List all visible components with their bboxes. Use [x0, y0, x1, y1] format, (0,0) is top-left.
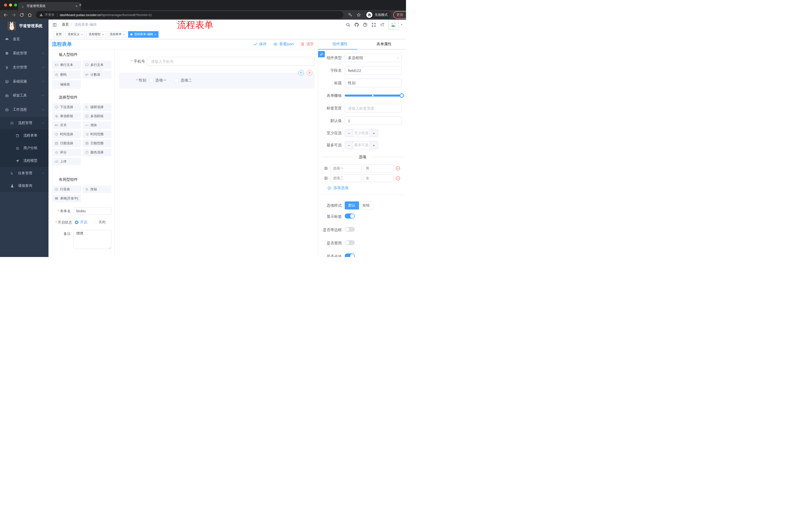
- slider-track[interactable]: [345, 94, 402, 97]
- new-tab-button[interactable]: +: [79, 2, 82, 7]
- page-tab-首页[interactable]: 首页: [54, 31, 64, 38]
- component-type-select[interactable]: 多选框组: [345, 54, 402, 62]
- palette-item-密码[interactable]: 密码: [52, 71, 81, 79]
- palette-item-日期选择[interactable]: 日期选择: [52, 140, 81, 147]
- palette-item-多行文本[interactable]: 多行文本: [83, 61, 111, 69]
- sidebar-item-流程表单[interactable]: 流程表单: [0, 129, 49, 142]
- palette-item-时间选择[interactable]: 时间选择: [52, 131, 81, 138]
- fullscreen-icon[interactable]: [371, 22, 376, 27]
- close-icon[interactable]: ×: [123, 33, 125, 36]
- close-icon[interactable]: ×: [154, 33, 156, 36]
- close-icon[interactable]: ×: [102, 33, 104, 36]
- toggle-是否禁用[interactable]: [345, 240, 355, 245]
- sidebar-item-任务管理[interactable]: 任务管理: [0, 167, 49, 180]
- link-tag[interactable]: [318, 51, 325, 57]
- stepper-minus-button[interactable]: −: [345, 129, 353, 137]
- clear-button[interactable]: 清空: [300, 42, 314, 47]
- address-bar[interactable]: 不安全 dashboard.yudao.iocoder.cn /bpm/mana…: [36, 11, 343, 19]
- sidebar-item-首页[interactable]: 首页: [0, 32, 49, 46]
- page-tab-流程表单-编辑[interactable]: 流程表单-编辑×: [128, 31, 158, 38]
- browser-tab[interactable]: 芋道管理系统 ×: [18, 2, 81, 10]
- palette-item-按钮[interactable]: 按钮: [83, 186, 111, 193]
- palette-item-多选框组[interactable]: 多选框组: [83, 112, 111, 120]
- drag-handle-icon[interactable]: [324, 166, 328, 171]
- slider-handle[interactable]: [400, 93, 404, 98]
- palette-item-计数器[interactable]: 123计数器: [83, 71, 111, 79]
- sidebar-item-支付管理[interactable]: 支付管理: [0, 60, 49, 75]
- tab-close-icon[interactable]: ×: [75, 4, 78, 8]
- phone-field-input[interactable]: [147, 57, 315, 66]
- sidebar-item-流程模型[interactable]: 流程模型: [0, 154, 49, 167]
- app-logo[interactable]: 芋道管理系统: [0, 20, 49, 32]
- default-value-input[interactable]: [345, 116, 402, 125]
- panel-tab-表单属性[interactable]: 表单属性: [362, 39, 406, 49]
- stepper-plus-button[interactable]: +: [370, 141, 378, 149]
- drag-handle-icon[interactable]: [324, 176, 328, 181]
- page-tab-流程定义[interactable]: 流程定义×: [65, 31, 85, 38]
- close-icon[interactable]: ×: [81, 33, 83, 36]
- palette-item-评分[interactable]: 评分: [52, 148, 81, 156]
- save-button[interactable]: 保存: [253, 42, 266, 47]
- palette-item-时间范围[interactable]: 时间范围: [83, 131, 111, 138]
- stepper-plus-button[interactable]: +: [370, 129, 378, 137]
- view-json-button[interactable]: 查看json: [273, 42, 294, 47]
- option-value-input[interactable]: [363, 164, 394, 172]
- gender-option-选项二[interactable]: 选项二: [175, 78, 192, 83]
- reload-icon[interactable]: [19, 12, 24, 17]
- sidebar-item-请假查询[interactable]: 请假查询: [0, 180, 49, 192]
- option-value-input[interactable]: [363, 174, 394, 182]
- option-label-input[interactable]: [330, 174, 362, 182]
- palette-item-日期范围[interactable]: 日期范围: [83, 140, 111, 147]
- github-icon[interactable]: [354, 22, 359, 27]
- selected-component[interactable]: 性别 选项一选项二: [119, 73, 315, 88]
- back-icon[interactable]: [3, 12, 8, 17]
- remark-textarea[interactable]: 嘿嘿: [74, 230, 111, 249]
- remove-option-button[interactable]: [396, 166, 401, 171]
- status-radio-关闭[interactable]: 关闭: [93, 220, 106, 224]
- browser-menu-icon[interactable]: ⋮: [406, 13, 406, 16]
- remove-option-button[interactable]: [396, 176, 401, 181]
- avatar-caret-icon[interactable]: [400, 23, 403, 26]
- stepper-minus-button[interactable]: −: [345, 141, 353, 149]
- sidebar-item-流程管理[interactable]: 流程管理: [0, 117, 49, 129]
- form-grid-slider[interactable]: [345, 91, 402, 100]
- sidebar-item-工作流程[interactable]: 工作流程: [0, 103, 49, 117]
- home-icon[interactable]: [27, 12, 32, 17]
- checkbox-icon[interactable]: [175, 78, 179, 82]
- window-minimize-button[interactable]: [9, 3, 12, 6]
- palette-item-开关[interactable]: 开关: [52, 121, 81, 129]
- palette-item-颜色选择[interactable]: 颜色选择: [83, 148, 111, 156]
- label-width-input[interactable]: [345, 104, 402, 112]
- delete-component-button[interactable]: [307, 70, 312, 76]
- palette-item-编辑器[interactable]: 编辑器: [52, 80, 81, 88]
- collapse-sidebar-icon[interactable]: [52, 22, 57, 27]
- sidebar-item-系统管理[interactable]: 系统管理: [0, 46, 49, 60]
- palette-item-级联选择[interactable]: 级联选择: [83, 103, 111, 111]
- palette-item-行容器[interactable]: 行容器: [52, 186, 81, 193]
- title-input[interactable]: [345, 79, 402, 87]
- breadcrumb-home[interactable]: 首页: [62, 22, 69, 27]
- style-option-默认[interactable]: 默认: [345, 201, 359, 210]
- toggle-是否带边框[interactable]: [345, 227, 355, 232]
- max-select-placeholder[interactable]: 最多可选: [353, 141, 370, 149]
- page-tab-流程表单[interactable]: 流程表单×: [107, 31, 127, 38]
- palette-item-滑块[interactable]: 滑块: [83, 121, 111, 129]
- palette-item-下拉选择[interactable]: 下拉选择: [52, 103, 81, 111]
- palette-item-上传[interactable]: 上传: [52, 158, 81, 165]
- palette-item-表格[开发中][interactable]: 表格[开发中]: [52, 195, 81, 202]
- password-key-icon[interactable]: [348, 12, 352, 17]
- min-select-placeholder[interactable]: 至少应选: [353, 129, 370, 137]
- sidebar-item-基础设施[interactable]: 基础设施: [0, 75, 49, 88]
- search-icon[interactable]: [346, 22, 350, 27]
- palette-item-单行文本[interactable]: 单行文本: [52, 61, 81, 69]
- sidebar-item-用户分组[interactable]: 用户分组: [0, 142, 49, 154]
- field-name-input[interactable]: [345, 66, 402, 75]
- toggle-是否必填[interactable]: [345, 253, 355, 257]
- toggle-显示标签[interactable]: [345, 214, 355, 218]
- forward-icon[interactable]: [11, 12, 16, 17]
- avatar[interactable]: [388, 20, 399, 30]
- bookmark-star-icon[interactable]: [356, 12, 361, 17]
- add-option-button[interactable]: 添加选项: [327, 186, 406, 190]
- sidebar-item-研发工具[interactable]: 研发工具: [0, 88, 49, 103]
- option-label-input[interactable]: [330, 164, 362, 172]
